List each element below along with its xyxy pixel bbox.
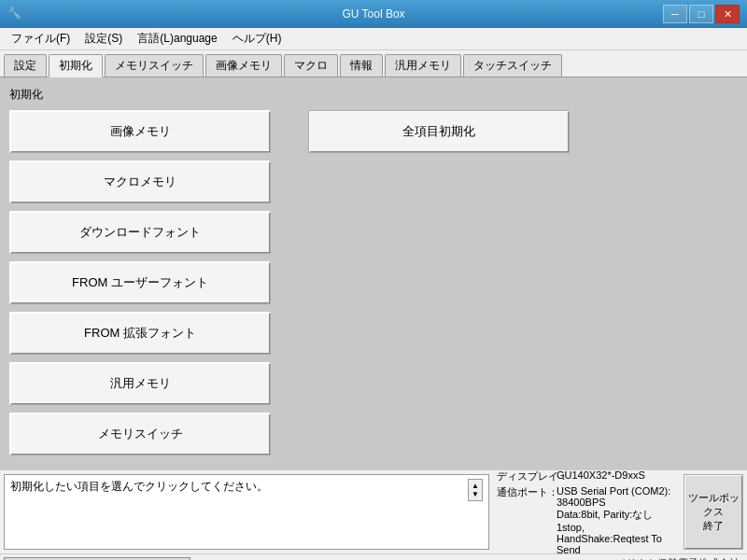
port-value: USB Serial Port (COM2): 38400BPSData:8bi… <box>557 485 676 555</box>
maximize-button[interactable]: □ <box>689 5 713 23</box>
download-font-button[interactable]: ダウンロードフォント <box>9 211 271 254</box>
status-bar: 初期化したい項目を選んでクリックしてください。 ▲ ▼ ディスプレイ： GU14… <box>0 469 747 553</box>
progress-bar <box>4 557 190 561</box>
scroll-down-arrow[interactable]: ▼ <box>472 490 479 498</box>
section-label: 初期化 <box>9 87 738 103</box>
app-icon: 🔧 <box>7 7 22 21</box>
status-right: ディスプレイ： GU140X32*-D9xxS 通信ポート： USB Seria… <box>493 470 680 553</box>
menu-file[interactable]: ファイル(F) <box>4 29 78 49</box>
left-column: 画像メモリ マクロメモリ ダウンロードフォント FROM ユーザーフォント FR… <box>9 110 299 465</box>
tab-general-memory[interactable]: 汎用メモリ <box>385 54 461 77</box>
company-name: ノリタケ伊勢電子株式会社 <box>190 556 743 560</box>
port-label: 通信ポート： <box>497 485 553 499</box>
from-user-font-button[interactable]: FROM ユーザーフォント <box>9 261 271 304</box>
tab-init[interactable]: 初期化 <box>49 54 103 77</box>
tab-memory-switch[interactable]: メモリスイッチ <box>105 54 204 77</box>
content-area: 画像メモリ マクロメモリ ダウンロードフォント FROM ユーザーフォント FR… <box>9 110 738 465</box>
minimize-button[interactable]: ─ <box>663 5 687 23</box>
general-memory-button[interactable]: 汎用メモリ <box>9 362 271 405</box>
from-ext-font-button[interactable]: FROM 拡張フォント <box>9 312 271 355</box>
macro-memory-button[interactable]: マクロメモリ <box>9 161 271 203</box>
main-content: 初期化 画像メモリ マクロメモリ ダウンロードフォント FROM ユーザーフォン… <box>0 77 747 469</box>
title-bar-title: GU Tool Box <box>0 7 747 21</box>
port-row: 通信ポート： USB Serial Port (COM2): 38400BPSD… <box>497 485 676 555</box>
tab-image-memory[interactable]: 画像メモリ <box>205 54 282 77</box>
scroll-up-arrow[interactable]: ▲ <box>472 482 479 490</box>
title-bar-left: 🔧 <box>7 7 22 21</box>
memory-switch-button[interactable]: メモリスイッチ <box>9 413 271 455</box>
tool-end-button[interactable]: ツールボックス終了 <box>684 474 743 550</box>
status-message: 初期化したい項目を選んでクリックしてください。 <box>10 479 468 495</box>
status-left: 初期化したい項目を選んでクリックしてください。 ▲ ▼ <box>4 474 489 550</box>
tab-touch-switch[interactable]: タッチスイッチ <box>463 54 562 77</box>
close-button[interactable]: ✕ <box>715 5 740 23</box>
scrollbar-vertical[interactable]: ▲ ▼ <box>468 479 483 501</box>
right-column: 全項目初期化 <box>308 110 738 465</box>
menu-bar: ファイル(F) 設定(S) 言語(L)anguage ヘルプ(H) <box>0 28 747 50</box>
display-label: ディスプレイ： <box>497 469 553 483</box>
display-row: ディスプレイ： GU140X32*-D9xxS <box>497 469 676 483</box>
title-bar: 🔧 GU Tool Box ─ □ ✕ <box>0 0 747 28</box>
menu-help[interactable]: ヘルプ(H) <box>225 29 289 49</box>
title-bar-controls: ─ □ ✕ <box>663 5 740 23</box>
menu-settings[interactable]: 設定(S) <box>78 29 130 49</box>
display-value: GU140X32*-D9xxS <box>557 469 645 481</box>
tab-settings[interactable]: 設定 <box>4 54 47 77</box>
menu-language[interactable]: 言語(L)anguage <box>130 29 224 49</box>
image-memory-button[interactable]: 画像メモリ <box>9 110 271 153</box>
tab-bar: 設定 初期化 メモリスイッチ 画像メモリ マクロ 情報 汎用メモリ タッチスイッ… <box>0 50 747 77</box>
tab-macro[interactable]: マクロ <box>284 54 338 77</box>
all-init-button[interactable]: 全項目初期化 <box>308 110 570 153</box>
tab-info[interactable]: 情報 <box>340 54 383 77</box>
